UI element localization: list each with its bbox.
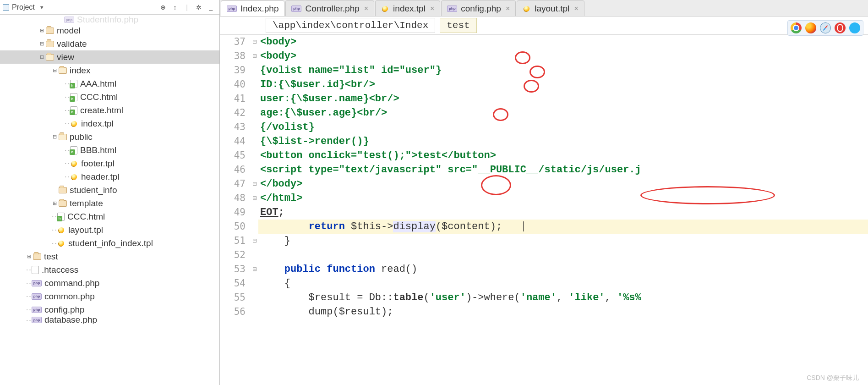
tree-row[interactable]: ⊟public [0, 130, 219, 143]
fold-marker[interactable] [251, 63, 258, 77]
tree-row[interactable]: ⋯hcreate.html [0, 104, 219, 117]
editor-tab[interactable]: phpconfig.php× [441, 0, 516, 16]
tree-row[interactable]: ⋯hAAA.html [0, 77, 219, 90]
breadcrumb-path[interactable]: \app\index\controller\Index [266, 18, 435, 33]
code-line[interactable]: {/volist} [258, 120, 868, 134]
safari-icon[interactable] [820, 22, 831, 33]
project-dropdown-icon[interactable]: ▼ [39, 5, 44, 10]
fold-marker[interactable] [251, 106, 258, 120]
close-icon[interactable]: × [364, 5, 368, 13]
expander-icon[interactable]: ⊞ [38, 41, 45, 47]
fold-marker[interactable]: ⊟ [251, 49, 258, 63]
breadcrumb-method[interactable]: test [440, 18, 476, 33]
tree-row[interactable]: ⋯.htaccess [0, 263, 219, 276]
firefox-icon[interactable] [805, 22, 816, 33]
expander-icon[interactable]: ⊞ [51, 200, 58, 207]
code-line[interactable]: {\$list->render()} [258, 134, 868, 148]
fold-marker[interactable] [251, 77, 258, 92]
tree-row[interactable]: ⋯index.tpl [0, 117, 219, 130]
gear-icon[interactable]: ✲ [194, 3, 203, 12]
fold-marker[interactable] [251, 92, 258, 106]
code-line[interactable]: </html> [258, 191, 868, 205]
code-line[interactable]: age:{\$user.age}<br/> [258, 106, 868, 120]
fold-marker[interactable] [251, 220, 258, 234]
expander-icon[interactable]: ⊞ [26, 253, 32, 260]
tree-row[interactable]: ⊞template [0, 197, 219, 210]
php-file-icon: php [32, 280, 42, 286]
editor-tab[interactable]: phpIndex.php [221, 0, 284, 16]
fold-marker[interactable] [251, 205, 258, 220]
expander-icon[interactable]: ⊟ [51, 134, 58, 140]
fold-marker[interactable] [251, 120, 258, 134]
tree-row[interactable]: ⊟view [0, 50, 219, 64]
tree-row[interactable]: ⋯layout.tpl [0, 223, 219, 236]
tree-row[interactable]: ⋯phpcommand.php [0, 276, 219, 290]
fold-marker[interactable] [251, 248, 258, 262]
code-line[interactable]: { [258, 276, 868, 291]
code-line[interactable]: <body> [258, 49, 868, 63]
tree-row[interactable]: ⋯hCCC.html [0, 210, 219, 223]
expander-icon[interactable]: ⊟ [51, 67, 58, 74]
editor-tab[interactable]: layout.tpl× [517, 0, 584, 16]
code-line[interactable]: <script type="text/javascript" src="__PU… [258, 163, 868, 177]
code-line[interactable]: public function read() [258, 262, 868, 276]
tree-row[interactable]: ⋯footer.tpl [0, 157, 219, 170]
code-line[interactable]: <body> [258, 35, 868, 49]
expander-icon[interactable]: ⊞ [38, 28, 45, 34]
fold-marker[interactable] [251, 305, 258, 319]
tree-row[interactable]: ⊟index [0, 64, 219, 77]
tree-row[interactable]: ⋯phpconfig.php [0, 303, 219, 316]
fold-marker[interactable] [251, 291, 258, 305]
editor-tab[interactable]: index.tpl× [375, 0, 440, 16]
expand-all-icon[interactable]: ↕ [170, 3, 180, 12]
fold-marker[interactable]: ⊟ [251, 191, 258, 205]
code-line[interactable]: {volist name="list" id="user"} [258, 63, 868, 77]
fold-marker[interactable]: ⊟ [251, 234, 258, 248]
code-line[interactable]: $result = Db::table('user')->where('name… [258, 291, 868, 305]
code-content[interactable]: <body><body>{volist name="list" id="user… [258, 35, 868, 385]
code-line[interactable]: </body> [258, 177, 868, 191]
fold-marker[interactable]: ⊟ [251, 262, 258, 276]
tree-row[interactable]: ⋯hBBB.html [0, 143, 219, 157]
code-line[interactable]: dump($result); [258, 305, 868, 319]
fold-marker[interactable]: ⊟ [251, 177, 258, 191]
project-tree[interactable]: phpStudentInfo.php⊞model⊞validate⊟view⊟i… [0, 15, 219, 385]
code-line[interactable]: user:{\$user.name}<br/> [258, 92, 868, 106]
tree-row[interactable]: ⋯student_info_index.tpl [0, 236, 219, 250]
code-line[interactable]: <button onclick="test();">test</button> [258, 148, 868, 163]
fold-column[interactable]: ⊟⊟⊟⊟⊟⊟ [251, 35, 258, 385]
expander-icon[interactable]: ⊟ [38, 54, 45, 60]
autoscroll-icon[interactable]: ⊕ [158, 3, 168, 12]
tree-row[interactable]: ⋯phpcommon.php [0, 290, 219, 303]
code-editor[interactable]: 3738394041424344454647484950515253545556… [220, 35, 868, 385]
fold-marker[interactable] [251, 276, 258, 291]
opera-icon[interactable] [835, 22, 846, 33]
fold-marker[interactable] [251, 134, 258, 148]
ie-icon[interactable] [849, 22, 860, 33]
tree-row[interactable]: ⋯header.tpl [0, 170, 219, 183]
tree-row[interactable]: ⊞validate [0, 37, 219, 50]
close-icon[interactable]: × [506, 5, 510, 13]
editor-tab[interactable]: phpController.php× [285, 0, 374, 16]
code-line[interactable]: return $this->display($content); [258, 220, 868, 234]
code-line[interactable]: } [258, 234, 868, 248]
tab-label: index.tpl [393, 4, 426, 14]
code-line[interactable]: ID:{\$user.id}<br/> [258, 77, 868, 92]
tree-row[interactable]: student_info [0, 183, 219, 197]
tree-row[interactable]: ⊞model [0, 24, 219, 37]
close-icon[interactable]: × [574, 5, 578, 13]
code-line[interactable]: EOT; [258, 205, 868, 220]
fold-marker[interactable] [251, 163, 258, 177]
tree-row-truncated[interactable]: phpStudentInfo.php [0, 16, 219, 24]
fold-marker[interactable]: ⊟ [251, 35, 258, 49]
tree-item-label: CCC.html [67, 212, 105, 222]
tree-row[interactable]: ⋯phpdatabase.php [0, 316, 219, 324]
chrome-icon[interactable] [791, 22, 802, 33]
tree-row[interactable]: ⊞test [0, 250, 219, 263]
code-line[interactable] [258, 248, 868, 262]
expander-icon[interactable] [51, 187, 58, 193]
tree-row[interactable]: ⋯hCCC.html [0, 90, 219, 104]
close-icon[interactable]: × [430, 5, 434, 13]
fold-marker[interactable] [251, 148, 258, 163]
hide-panel-icon[interactable]: ⎯ [206, 3, 215, 12]
